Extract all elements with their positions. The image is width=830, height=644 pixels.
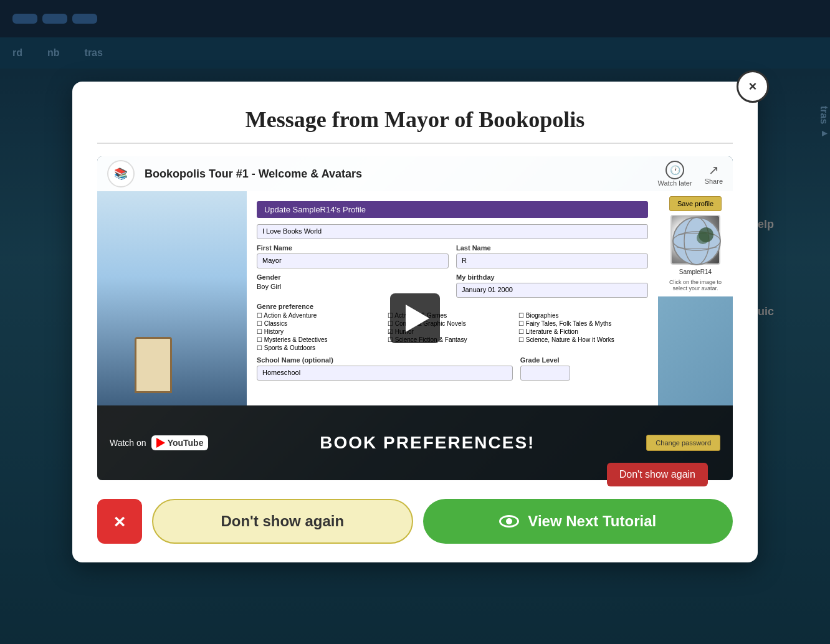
share-icon: ↗ (708, 163, 719, 178)
inner-dont-show-button[interactable]: Don't show again (607, 463, 708, 486)
genre-item-3: ☐ Biographies (518, 312, 648, 319)
close-dismiss-button[interactable]: × (97, 499, 142, 544)
change-password-button[interactable]: Change password (646, 435, 720, 451)
username-input: I Love Books World (257, 224, 648, 239)
genre-item-4: ☐ Classics (257, 320, 386, 327)
youtube-brand-text: YouTube (168, 438, 204, 448)
modal-footer: × Don't show again View Next Tutorial (97, 499, 733, 544)
watch-later-button[interactable]: 🕐 Watch later (657, 161, 692, 187)
video-bg-scene (97, 191, 247, 405)
gender-label: Gender (257, 273, 449, 281)
genre-item-13: ☐ Sports & Outdoors (257, 344, 386, 351)
video-inner: 📚 Bookopolis Tour #1 - Welcome & Avatars… (97, 156, 733, 480)
eye-pupil (506, 518, 512, 524)
scene-door (135, 337, 172, 393)
profile-form: Update SampleR14's Profile I Love Books … (247, 191, 658, 405)
play-triangle-icon (406, 305, 429, 332)
genre-item-10: ☐ Mysteries & Detectives (257, 336, 386, 343)
grade-input (520, 366, 570, 381)
watch-later-label: Watch later (657, 179, 692, 187)
youtube-icon-bg: YouTube (151, 435, 209, 450)
genre-item-1: ☐ Action & Adventure (257, 312, 386, 319)
view-next-tutorial-button[interactable]: View Next Tutorial (423, 499, 733, 544)
genre-label: Genre preference (257, 303, 648, 310)
yt-top-right: 🕐 Watch later ↗ Share (657, 161, 723, 187)
gender-options: Boy Girl (257, 283, 449, 290)
genre-item-6: ☐ Fairy Tales, Folk Tales & Myths (518, 320, 648, 327)
modal-close-button[interactable]: × (737, 70, 769, 103)
username-group: I Love Books World (257, 224, 648, 239)
birthday-input: January 01 2000 (456, 283, 648, 298)
watch-on-label: Watch on (110, 438, 146, 448)
grade-group: Grade Level (520, 356, 648, 381)
school-grade-row: School Name (optional) Homeschool Grade … (257, 356, 648, 381)
share-button[interactable]: ↗ Share (705, 163, 723, 185)
gender-group: Gender Boy Girl (257, 273, 449, 290)
svg-point-4 (697, 232, 709, 244)
last-name-input: R (456, 253, 648, 268)
avatar-image[interactable] (670, 215, 720, 265)
avatar-name: SampleR14 (679, 268, 712, 275)
close-icon: × (749, 78, 757, 95)
close-x-icon: × (114, 511, 126, 531)
genre-item-9: ☐ Literature & Fiction (518, 328, 648, 335)
first-name-label: First Name (257, 244, 449, 252)
last-name-label: Last Name (456, 244, 648, 252)
modal-overlay: × Message from Mayor of Bookopolis 📚 Boo… (0, 0, 830, 644)
dont-show-again-button[interactable]: Don't show again (152, 499, 413, 544)
clock-icon: 🕐 (665, 161, 684, 179)
bookopolis-logo: 📚 (107, 160, 135, 187)
genre-item-7: ☐ History (257, 328, 386, 335)
watch-on-youtube[interactable]: Watch on YouTube (110, 435, 208, 450)
avatar-hint: Click on the image to select your avatar… (663, 279, 728, 291)
youtube-top-bar: 📚 Bookopolis Tour #1 - Welcome & Avatars… (97, 156, 733, 191)
birthday-group: My birthday January 01 2000 (456, 273, 648, 298)
genre-item-12: ☐ Science, Nature & How it Works (518, 336, 648, 343)
birthday-label: My birthday (456, 273, 648, 281)
video-caption: BOOK PREFERENCES! (227, 433, 627, 453)
svg-point-0 (673, 217, 720, 265)
name-row: First Name Mayor Last Name R (257, 244, 648, 268)
view-next-label: View Next Tutorial (528, 513, 656, 530)
last-name-group: Last Name R (456, 244, 648, 268)
eye-outer (499, 515, 519, 528)
video-screenshot: 📚 Bookopolis Tour #1 - Welcome & Avatars… (97, 156, 733, 480)
video-container[interactable]: 📚 Bookopolis Tour #1 - Welcome & Avatars… (97, 156, 733, 480)
save-profile-button[interactable]: Save profile (669, 196, 722, 211)
gender-birthday-row: Gender Boy Girl My birthday January 01 2… (257, 273, 648, 298)
first-name-group: First Name Mayor (257, 244, 449, 268)
dont-show-label: Don't show again (221, 513, 344, 530)
grade-label: Grade Level (520, 356, 648, 364)
avatar-area: Save profile (658, 191, 733, 296)
first-name-input: Mayor (257, 253, 449, 268)
youtube-play-icon (156, 438, 165, 448)
genre-checkboxes: ☐ Action & Adventure ☐ Activities & Game… (257, 312, 648, 351)
profile-title-bar: Update SampleR14's Profile (257, 201, 648, 218)
modal-title: Message from Mayor of Bookopolis (97, 107, 733, 144)
modal-dialog: × Message from Mayor of Bookopolis 📚 Boo… (72, 82, 758, 562)
school-group: School Name (optional) Homeschool (257, 356, 513, 381)
school-input: Homeschool (257, 366, 513, 381)
video-title: Bookopolis Tour #1 - Welcome & Avatars (145, 168, 647, 181)
school-label: School Name (optional) (257, 356, 513, 364)
genre-group: Genre preference ☐ Action & Adventure ☐ … (257, 303, 648, 351)
video-play-button[interactable] (390, 293, 440, 343)
eye-icon (499, 514, 519, 528)
share-label: Share (705, 178, 723, 185)
